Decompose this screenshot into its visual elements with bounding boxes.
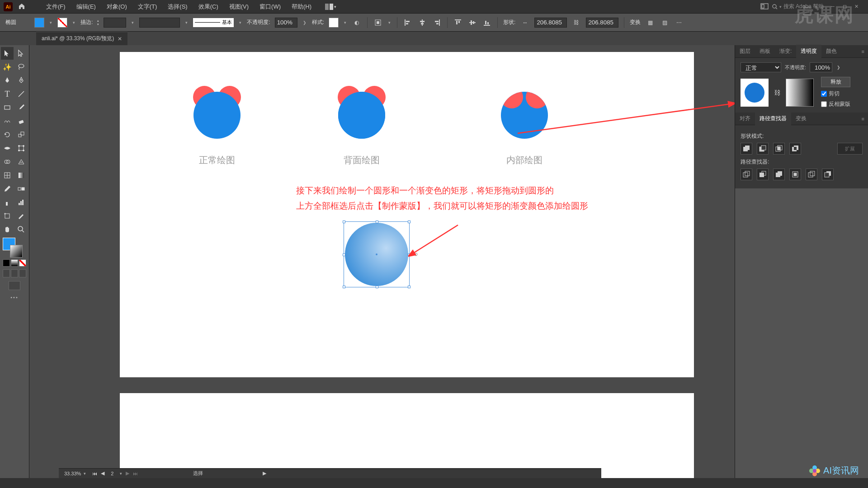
width-input[interactable] (534, 18, 567, 28)
eraser-tool[interactable] (15, 115, 28, 127)
recolor-icon[interactable]: ◐ (352, 18, 362, 28)
width-tool[interactable] (1, 142, 14, 155)
nav-first-icon[interactable]: ⏮ (91, 471, 98, 476)
panel-more-icon[interactable]: ≡ (858, 49, 868, 54)
link-wh-icon[interactable]: ⛓ (571, 18, 581, 28)
canvas-area[interactable]: 正常绘图 背面绘图 (29, 45, 735, 478)
selection-tool[interactable] (1, 47, 14, 60)
column-graph-tool[interactable] (15, 196, 28, 209)
edit-icon[interactable]: ▨ (660, 18, 670, 28)
panel-opacity-input[interactable] (810, 62, 832, 72)
menu-select[interactable]: 选择(S) (163, 1, 192, 13)
line-tool[interactable] (15, 88, 28, 100)
tab-close-icon[interactable]: ✕ (118, 36, 122, 42)
stroke-dropdown-icon[interactable]: ▾ (72, 20, 76, 25)
draw-behind[interactable] (11, 269, 18, 277)
tab-pathfinder[interactable]: 路径查找器 (755, 112, 791, 125)
valign-bottom-icon[interactable] (482, 18, 492, 28)
pf-minus-back[interactable] (822, 169, 834, 180)
zoom-tool[interactable] (15, 223, 28, 236)
halign-right-icon[interactable] (432, 18, 442, 28)
mask-source-thumb[interactable] (741, 79, 769, 107)
window-maximize-icon[interactable]: ◻ (843, 4, 849, 10)
menu-view[interactable]: 视图(V) (225, 1, 253, 13)
fill-swatch[interactable] (34, 18, 44, 28)
tab-align[interactable]: 对齐 (735, 112, 755, 125)
style-swatch[interactable] (329, 18, 339, 28)
menu-window[interactable]: 窗口(W) (255, 1, 285, 13)
pf-exclude[interactable] (789, 143, 801, 155)
valign-top-icon[interactable] (453, 18, 463, 28)
valign-middle-icon[interactable] (467, 18, 477, 28)
slice-tool[interactable] (15, 210, 28, 222)
tab-color[interactable]: 颜色 (821, 45, 841, 58)
menu-object[interactable]: 对象(O) (102, 1, 132, 13)
menu-effect[interactable]: 效果(C) (194, 1, 223, 13)
blend-tool[interactable] (15, 183, 28, 195)
screen-mode[interactable] (9, 281, 20, 290)
stroke-weight-input[interactable] (104, 18, 126, 28)
pf-outline[interactable] (806, 169, 817, 180)
pf-crop[interactable] (789, 169, 801, 180)
tab-gradient[interactable]: 渐变: (775, 45, 796, 58)
var-width-profile[interactable] (139, 18, 180, 28)
perspective-tool[interactable] (15, 155, 28, 168)
transform-label[interactable]: 变换 (630, 19, 641, 26)
menu-file[interactable]: 文件(F) (42, 1, 70, 13)
nav-prev-icon[interactable]: ◀ (100, 470, 105, 476)
pf-trim[interactable] (757, 169, 769, 180)
free-transform-tool[interactable] (15, 142, 28, 155)
help-search[interactable]: ▾ 搜索 Adobe 帮助 (772, 3, 824, 10)
halign-center-icon[interactable] (417, 18, 427, 28)
more-icon[interactable]: ⋯ (674, 18, 684, 28)
tab-transparency[interactable]: 透明度 (796, 45, 821, 58)
pf-expand[interactable]: 扩展 (837, 143, 863, 155)
color-mode-solid[interactable] (3, 259, 10, 267)
home-icon[interactable] (14, 3, 29, 11)
opacity-arrow-icon[interactable]: ❯ (836, 65, 841, 70)
lasso-tool[interactable] (15, 61, 28, 73)
pf-divide[interactable] (741, 169, 752, 180)
status-play-icon[interactable]: ▶ (262, 470, 267, 476)
magic-wand-tool[interactable]: ✨ (1, 61, 14, 73)
color-picker[interactable] (1, 236, 28, 258)
draw-inside[interactable] (19, 269, 26, 277)
pen-tool[interactable] (1, 74, 14, 87)
pf-intersect[interactable] (773, 143, 785, 155)
panel2-more-icon[interactable]: ≡ (858, 116, 868, 122)
isolate-icon[interactable]: ▦ (645, 18, 655, 28)
shape-builder-tool[interactable] (1, 155, 14, 168)
shaper-tool[interactable] (1, 115, 14, 127)
background-color[interactable] (10, 245, 23, 258)
type-tool[interactable]: T (1, 88, 14, 100)
menu-type[interactable]: 文字(T) (133, 1, 162, 13)
workspace-icon[interactable] (760, 3, 769, 10)
height-input[interactable] (586, 18, 618, 28)
hand-tool[interactable] (1, 223, 14, 236)
mesh-tool[interactable] (1, 169, 14, 182)
arrange-docs-icon[interactable]: ▾ (325, 4, 336, 10)
window-minimize-icon[interactable]: ─ (831, 4, 837, 10)
clip-checkbox[interactable]: 剪切 (821, 90, 850, 98)
tab-layers[interactable]: 图层 (735, 45, 755, 58)
release-mask-button[interactable]: 释放 (821, 77, 850, 87)
pf-unite[interactable] (741, 143, 752, 155)
toolbox-edit-icon[interactable]: ••• (1, 292, 28, 303)
eyedropper-tool[interactable] (1, 183, 14, 195)
scale-tool[interactable] (15, 128, 28, 141)
document-tab[interactable]: anli.ai* @ 33.33% (RGB/预览) ✕ (36, 32, 127, 45)
pf-minus-front[interactable] (757, 143, 769, 155)
menu-help[interactable]: 帮助(H) (287, 1, 316, 13)
color-mode-none[interactable] (19, 259, 26, 267)
color-mode-gradient[interactable] (11, 259, 18, 267)
draw-normal[interactable] (3, 269, 10, 277)
halign-left-icon[interactable] (403, 18, 413, 28)
nav-next-icon[interactable]: ▶ (125, 470, 130, 476)
tab-artboards[interactable]: 画板 (755, 45, 775, 58)
menu-edit[interactable]: 编辑(E) (72, 1, 100, 13)
nav-last-icon[interactable]: ⏭ (132, 471, 139, 476)
curvature-tool[interactable] (15, 74, 28, 87)
direct-selection-tool[interactable] (15, 47, 28, 60)
brush-definition[interactable]: 基本 (193, 18, 234, 27)
rectangle-tool[interactable] (1, 101, 14, 114)
